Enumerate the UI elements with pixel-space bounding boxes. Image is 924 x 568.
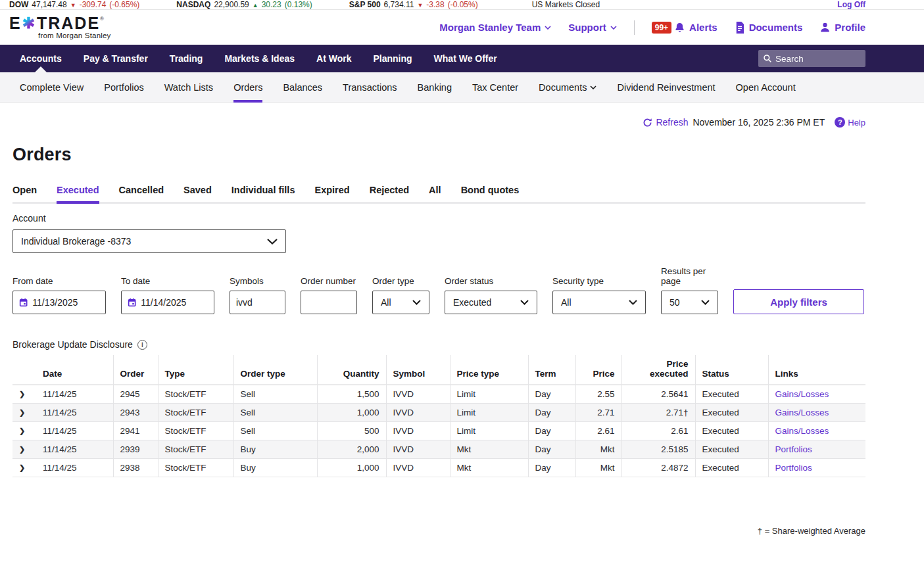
expand-column-header [12, 355, 36, 385]
symbols-field[interactable] [230, 291, 285, 314]
subnav-portfolios[interactable]: Portfolios [104, 72, 143, 103]
nav-item-what-we-offer[interactable]: What We Offer [434, 45, 497, 72]
apply-filters-button[interactable]: Apply filters [733, 289, 864, 314]
expand-row-icon[interactable]: ❯ [12, 404, 36, 422]
col-quantity: Quantity [317, 355, 386, 385]
refresh-label: Refresh [656, 117, 688, 128]
cell-symbol: IVVD [386, 440, 450, 459]
symbols-input[interactable] [236, 297, 279, 308]
nav-item-at-work[interactable]: At Work [316, 45, 351, 72]
nav-item-planning[interactable]: Planning [373, 45, 412, 72]
gains-losses-link[interactable]: Gains/Losses [775, 408, 829, 417]
info-icon[interactable]: i [137, 340, 147, 350]
subnav-dividend-reinvestment[interactable]: Dividend Reinvestment [617, 72, 715, 103]
share-weighted-footnote: † = Share-weighted Average [12, 526, 865, 536]
secondary-nav: Complete View Portfolios Watch Lists Ord… [0, 72, 924, 103]
tab-rejected[interactable]: Rejected [370, 185, 409, 202]
symbols-group: Symbols [230, 276, 285, 314]
to-date-input[interactable] [141, 297, 208, 308]
search-input[interactable] [775, 54, 854, 64]
cell-price-type: Mkt [450, 459, 528, 477]
cell-price-executed: 2.61 [621, 422, 695, 440]
cell-type: Stock/ETF [158, 422, 233, 440]
subnav-documents[interactable]: Documents [539, 72, 596, 103]
cell-price: Mkt [575, 440, 621, 459]
table-header-row: Date Order Type Order type Quantity Symb… [12, 355, 865, 385]
nav-item-markets-ideas[interactable]: Markets & Ideas [224, 45, 295, 72]
cell-order-type: Sell [233, 422, 317, 440]
cell-quantity: 1,000 [317, 459, 386, 477]
order-type-select[interactable]: All [372, 291, 429, 314]
ticker-dow: DOW 47,147.48 ▼ -309.74 (-0.65%) [9, 0, 139, 9]
morgan-stanley-team-menu[interactable]: Morgan Stanley Team [439, 22, 551, 33]
nav-item-pay-transfer[interactable]: Pay & Transfer [84, 45, 148, 72]
order-number-field[interactable] [301, 291, 357, 314]
portfolios-link[interactable]: Portfolios [775, 444, 812, 454]
calendar-icon[interactable] [128, 297, 136, 308]
support-menu-label: Support [568, 22, 606, 33]
document-icon [735, 22, 745, 34]
refresh-button[interactable]: Refresh [643, 117, 688, 128]
security-type-group: Security type All [552, 276, 646, 314]
ticker-percent: (-0.65%) [109, 0, 139, 9]
expand-row-icon[interactable]: ❯ [12, 459, 36, 477]
ticker-value: 22,900.59 [214, 0, 249, 9]
support-menu[interactable]: Support [568, 22, 617, 33]
search-box[interactable] [758, 50, 865, 67]
documents-button[interactable]: Documents [735, 22, 803, 34]
expand-row-icon[interactable]: ❯ [12, 385, 36, 404]
col-order-type: Order type [233, 355, 317, 385]
order-number-input[interactable] [307, 297, 351, 308]
person-icon [819, 22, 831, 33]
alerts-button[interactable]: 99+ Alerts [652, 22, 717, 34]
subnav-complete-view[interactable]: Complete View [20, 72, 84, 103]
tab-all[interactable]: All [429, 185, 441, 202]
nav-item-trading[interactable]: Trading [170, 45, 203, 72]
subnav-transactions[interactable]: Transactions [343, 72, 397, 103]
security-type-select[interactable]: All [552, 291, 646, 314]
gains-losses-link[interactable]: Gains/Losses [775, 389, 829, 399]
tab-individual-fills[interactable]: Individual fills [231, 185, 295, 202]
col-price-executed: Price executed [621, 355, 695, 385]
tab-cancelled[interactable]: Cancelled [119, 185, 164, 202]
col-links: Links [768, 355, 865, 385]
etrade-logo[interactable]: E✱TRADE® from Morgan Stanley [9, 15, 111, 40]
profile-button[interactable]: Profile [819, 22, 865, 33]
subnav-balances[interactable]: Balances [283, 72, 322, 103]
gains-losses-link[interactable]: Gains/Losses [775, 426, 829, 436]
subnav-watch-lists[interactable]: Watch Lists [164, 72, 213, 103]
tab-open[interactable]: Open [12, 185, 37, 202]
cell-price: Mkt [575, 459, 621, 477]
to-date-field[interactable] [121, 291, 214, 314]
subnav-orders[interactable]: Orders [233, 72, 262, 103]
calendar-icon[interactable] [19, 297, 28, 308]
cell-quantity: 1,500 [317, 385, 386, 404]
from-date-field[interactable] [12, 291, 106, 314]
disclosure-row: Brokerage Update Disclosure i [12, 339, 865, 350]
tab-expired[interactable]: Expired [314, 185, 349, 202]
tab-saved[interactable]: Saved [183, 185, 212, 202]
from-date-input[interactable] [32, 297, 99, 308]
expand-row-icon[interactable]: ❯ [12, 440, 36, 459]
tab-executed[interactable]: Executed [57, 185, 99, 202]
security-type-label: Security type [552, 276, 646, 286]
order-status-select[interactable]: Executed [445, 291, 537, 314]
nav-item-accounts[interactable]: Accounts [20, 45, 62, 72]
table-row: ❯ 11/14/25 2939 Stock/ETF Buy 2,000 IVVD… [12, 440, 865, 459]
account-select[interactable]: Individual Brokerage -8373 [12, 229, 286, 253]
order-number-group: Order number [301, 276, 357, 314]
col-status: Status [695, 355, 768, 385]
log-off-link[interactable]: Log Off [837, 0, 865, 9]
expand-row-icon[interactable]: ❯ [12, 422, 36, 440]
subnav-tax-center[interactable]: Tax Center [472, 72, 518, 103]
to-date-group: To date [121, 276, 214, 314]
subnav-banking[interactable]: Banking [418, 72, 452, 103]
cell-price-type: Limit [450, 422, 528, 440]
order-type-value: All [381, 297, 391, 308]
subnav-open-account[interactable]: Open Account [736, 72, 796, 103]
portfolios-link[interactable]: Portfolios [775, 463, 812, 473]
results-per-page-select[interactable]: 50 [661, 291, 718, 314]
tab-bond-quotes[interactable]: Bond quotes [461, 185, 520, 202]
help-button[interactable]: ? Help [835, 117, 865, 128]
cell-price-executed: 2.5185 [621, 440, 695, 459]
